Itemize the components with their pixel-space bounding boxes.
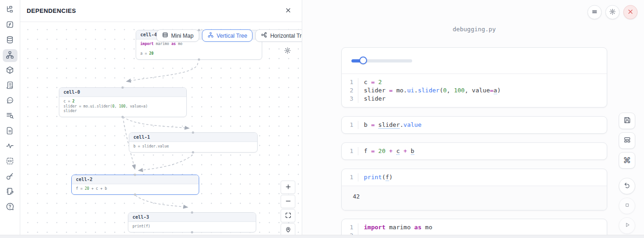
view-button-label: Vertical Tree bbox=[217, 33, 247, 39]
sidebar-item-scratchpad[interactable] bbox=[3, 186, 17, 198]
activity-icon bbox=[6, 142, 14, 152]
slider-track[interactable] bbox=[351, 59, 412, 62]
stop-icon bbox=[623, 201, 631, 210]
minus-icon bbox=[285, 198, 292, 206]
cell-code-editor[interactable]: 1c = 22slider = mo.ui.slider(0, 100, val… bbox=[342, 74, 607, 107]
stop-button bbox=[619, 198, 635, 214]
node-title: cell-1 bbox=[129, 133, 257, 142]
notebook-menu-button[interactable] bbox=[587, 5, 602, 19]
sidebar-item-help[interactable] bbox=[3, 201, 17, 214]
horizontal-tree-button[interactable]: Horizontal Tree bbox=[255, 29, 302, 42]
zoom-in-button[interactable] bbox=[281, 181, 295, 194]
fit-view-button[interactable] bbox=[281, 209, 295, 222]
graph-settings-button[interactable] bbox=[283, 47, 292, 55]
sidebar-item-secrets[interactable] bbox=[3, 170, 17, 183]
file-text-icon bbox=[6, 126, 14, 136]
package-icon bbox=[6, 66, 14, 76]
code-line: print(f) bbox=[358, 173, 607, 181]
fit-view-icon bbox=[285, 212, 292, 220]
graph-node-cell-2[interactable]: cell-2f = 20 + c + b bbox=[71, 175, 199, 195]
code-line: import marimo as mo bbox=[358, 223, 607, 232]
key-icon bbox=[6, 172, 14, 182]
file-tree-icon bbox=[6, 5, 14, 15]
cell-code-editor[interactable]: 1f = 20 + c + b bbox=[342, 143, 607, 159]
cell-output-slider bbox=[342, 48, 607, 74]
notebook-cells: 1c = 22slider = mo.ui.slider(0, 100, val… bbox=[341, 0, 607, 238]
vertical-tree-icon bbox=[207, 32, 214, 40]
save-icon bbox=[623, 116, 631, 125]
gear-icon bbox=[609, 8, 616, 17]
notebook-cell-0: 1c = 22slider = mo.ui.slider(0, 100, val… bbox=[341, 47, 607, 108]
play-icon bbox=[623, 221, 631, 230]
view-button-label: Mini Map bbox=[171, 33, 194, 39]
line-number: 1 bbox=[342, 147, 358, 155]
command-icon: ⌘ bbox=[623, 157, 631, 164]
shutdown-button[interactable] bbox=[623, 5, 638, 19]
sidebar-item-tracing[interactable] bbox=[3, 140, 17, 153]
node-code-line: import marimo as mo bbox=[140, 42, 258, 47]
layout-toggle-button[interactable] bbox=[619, 132, 635, 149]
line-number: 1 bbox=[342, 121, 358, 129]
sidebar-item-documentation[interactable] bbox=[3, 125, 17, 138]
notebook-settings-button[interactable] bbox=[605, 5, 620, 19]
minimap-icon bbox=[162, 32, 168, 40]
zoom-out-button[interactable] bbox=[281, 195, 295, 208]
node-code: c = 2slider = mo.ui.slider(0, 100, value… bbox=[59, 97, 186, 117]
plus-icon bbox=[285, 183, 292, 192]
gear-icon bbox=[284, 49, 291, 56]
notebook-cell-1: 1b = slider.value bbox=[341, 116, 607, 134]
undo-icon bbox=[623, 181, 631, 191]
sidebar-item-packages[interactable] bbox=[3, 64, 17, 77]
node-code-line: slider bbox=[63, 109, 182, 114]
sidebar-item-data-sources[interactable] bbox=[3, 34, 17, 47]
sidebar-item-outline[interactable] bbox=[3, 79, 17, 92]
sidebar-item-file-explorer[interactable] bbox=[3, 4, 17, 17]
panel-close-button[interactable] bbox=[283, 6, 293, 16]
code-line: f = 20 + c + b bbox=[358, 147, 607, 155]
close-icon bbox=[627, 8, 634, 17]
cell-output: 42 bbox=[342, 186, 607, 210]
graph-node-cell-3[interactable]: cell-3print(f) bbox=[128, 212, 256, 232]
node-code-line: f = 20 + c + b bbox=[76, 187, 195, 192]
chat-icon bbox=[6, 96, 14, 106]
sidebar-item-snippets[interactable] bbox=[3, 155, 17, 168]
sidebar-item-variables[interactable] bbox=[3, 19, 17, 32]
node-code-line: slider = mo.ui.slider(0, 100, value=a) bbox=[63, 104, 182, 109]
slider-handle[interactable] bbox=[359, 57, 367, 64]
node-code: f = 20 + c + b bbox=[72, 184, 199, 194]
graph-node-cell-1[interactable]: cell-1b = slider.value bbox=[129, 132, 258, 153]
list-search-icon bbox=[6, 111, 14, 121]
close-icon bbox=[285, 7, 292, 15]
dependency-graph-canvas[interactable]: Mini MapVertical TreeHorizontal Tree cel… bbox=[20, 22, 302, 238]
node-code: b = slider.value bbox=[129, 142, 257, 152]
node-code: import marimo as mo a = 20 bbox=[136, 40, 262, 59]
sidebar-item-chat[interactable] bbox=[3, 95, 17, 108]
sidebar-item-dependencies[interactable] bbox=[3, 49, 17, 62]
mini-map-button[interactable]: Mini Map bbox=[156, 29, 199, 42]
node-title: cell-3 bbox=[128, 213, 256, 222]
notepad-icon bbox=[6, 187, 14, 197]
undo-button[interactable] bbox=[619, 178, 635, 194]
run-button bbox=[619, 217, 635, 234]
line-number: 1 bbox=[342, 223, 358, 232]
layout-icon bbox=[623, 136, 631, 145]
line-number: 2 bbox=[342, 86, 358, 95]
cell-code-editor[interactable]: 1print(f) bbox=[342, 169, 607, 186]
bottom-strip bbox=[0, 235, 644, 238]
code-line: slider = mo.ui.slider(0, 100, value=a) bbox=[358, 86, 607, 95]
command-palette-button[interactable]: ⌘ bbox=[619, 152, 635, 169]
notebook-area: debugging.py 1c = 22slider = mo.ui.slide… bbox=[302, 0, 644, 238]
variables-icon bbox=[6, 20, 14, 30]
graph-node-cell-0[interactable]: cell-0c = 2slider = mo.ui.slider(0, 100,… bbox=[59, 87, 187, 117]
sidebar-item-logs[interactable] bbox=[3, 110, 17, 123]
notebook-action-buttons: ⌘ bbox=[619, 113, 635, 234]
activity-sidebar bbox=[0, 0, 20, 238]
snippet-icon bbox=[6, 157, 14, 167]
cell-code-editor[interactable]: 1b = slider.value bbox=[342, 117, 607, 133]
node-code: print(f) bbox=[128, 222, 256, 232]
vertical-tree-button[interactable]: Vertical Tree bbox=[202, 29, 253, 42]
help-icon bbox=[6, 202, 14, 212]
node-code-line: a = 20 bbox=[140, 51, 258, 57]
save-button[interactable] bbox=[619, 113, 635, 129]
graph-zoom-controls bbox=[281, 181, 295, 237]
